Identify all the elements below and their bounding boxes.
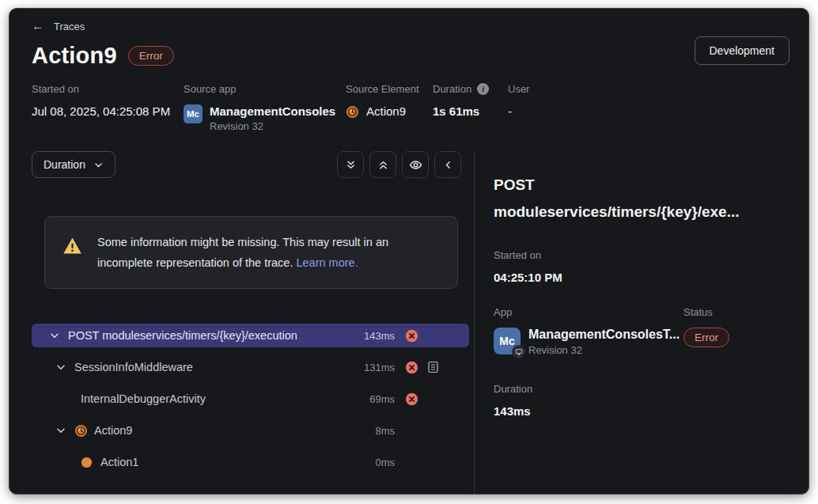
trace-row[interactable]: InternalDebuggerActivity 69ms	[32, 387, 469, 411]
detail-status: Status Error	[684, 306, 729, 356]
detail-started-on-value: 04:25:10 PM	[494, 271, 790, 284]
user-value: -	[508, 104, 512, 118]
trace-meta-row: Started on Jul 08, 2025, 04:25:08 PM Sou…	[32, 83, 790, 132]
trace-row-label: SessionInfoMiddleware	[74, 361, 354, 373]
trace-row-label: InternalDebuggerActivity	[81, 392, 354, 405]
trace-row-label: Action9	[94, 424, 354, 437]
span-detail-panel: POST moduleservices/timers/{key}/exe... …	[474, 151, 809, 494]
chevron-down-icon[interactable]	[55, 362, 66, 373]
app-logo-icon: Mc	[184, 104, 203, 123]
trace-row-duration: 143ms	[354, 330, 395, 342]
back-arrow-icon[interactable]: ←	[32, 20, 44, 32]
trace-row-duration: 69ms	[354, 393, 395, 405]
source-element-value: Action9	[366, 104, 406, 118]
trace-row[interactable]: POST moduleservices/timers/{key}/executi…	[32, 324, 469, 347]
trace-row-duration: 0ms	[354, 457, 395, 468]
log-icon[interactable]	[427, 361, 441, 373]
trace-row-duration: 8ms	[354, 425, 395, 437]
trace-tree-pane: Duration	[9, 151, 474, 494]
trace-detail-window: ← Traces Action9 Error Development Start…	[9, 8, 809, 495]
collapse-panel-button[interactable]	[434, 151, 461, 178]
clock-icon	[346, 105, 359, 119]
source-app-name: ManagementConsoles	[210, 104, 335, 118]
detail-status-badge: Error	[684, 328, 729, 347]
detail-app-name: ManagementConsolesT...	[528, 328, 680, 341]
meta-started-on: Started on Jul 08, 2025, 04:25:08 PM	[32, 83, 184, 132]
breadcrumb[interactable]: ← Traces	[32, 20, 790, 32]
double-chevron-up-icon	[377, 159, 389, 171]
trace-row-duration: 131ms	[354, 362, 395, 373]
meta-source-element: Source Element Action9	[346, 83, 433, 132]
error-status-icon	[405, 329, 418, 343]
learn-more-link[interactable]: Learn more.	[296, 256, 358, 269]
visibility-button[interactable]	[402, 151, 429, 178]
page-title: Action9	[32, 43, 117, 69]
trace-row-label: Action1	[100, 456, 354, 468]
duration-value: 1s 61ms	[433, 104, 479, 118]
sort-dropdown[interactable]: Duration	[32, 151, 116, 178]
detail-duration-value: 143ms	[494, 404, 790, 418]
double-chevron-down-icon	[345, 159, 357, 171]
meta-source-app: Source app Mc ManagementConsoles Revisio…	[184, 83, 346, 132]
warning-banner: Some information might be missing. This …	[44, 216, 458, 289]
trace-tree: POST moduleservices/timers/{key}/executi…	[32, 324, 469, 474]
trace-row[interactable]: Action9 8ms	[32, 419, 469, 442]
info-icon[interactable]: i	[477, 83, 489, 95]
detail-started-on-label: Started on	[494, 249, 790, 261]
started-on-value: Jul 08, 2025, 04:25:08 PM	[32, 104, 170, 118]
collapse-all-button[interactable]	[369, 151, 396, 178]
meta-duration: Duration i 1s 61ms	[433, 83, 508, 132]
status-badge: Error	[128, 46, 174, 66]
trace-row[interactable]: Action1 0ms	[32, 450, 469, 474]
detail-app: App Mc ManagementConsolesT... Revision 3…	[494, 306, 684, 356]
span-path: moduleservices/timers/{key}/exe...	[494, 199, 790, 225]
span-method: POST	[494, 172, 790, 199]
chevron-down-icon[interactable]	[49, 330, 60, 341]
dot-icon	[81, 457, 94, 468]
device-badge-icon	[512, 345, 525, 358]
environment-button[interactable]: Development	[695, 36, 790, 65]
span-title: POST moduleservices/timers/{key}/exe...	[494, 172, 790, 225]
tree-toolbar: Duration	[32, 151, 461, 178]
source-app-revision: Revision 32	[210, 120, 335, 132]
clock-icon	[74, 424, 88, 438]
app-logo-icon: Mc	[494, 328, 521, 354]
chevron-left-icon	[443, 160, 453, 170]
trace-row[interactable]: SessionInfoMiddleware 131ms	[32, 355, 469, 379]
chevron-down-icon[interactable]	[55, 425, 66, 436]
eye-icon	[409, 158, 422, 172]
warning-triangle-icon	[62, 237, 82, 255]
page-header: ← Traces Action9 Error Development Start…	[9, 9, 809, 132]
breadcrumb-label[interactable]: Traces	[54, 21, 85, 32]
detail-duration-label: Duration	[494, 383, 790, 395]
error-status-icon	[405, 361, 418, 374]
expand-all-button[interactable]	[337, 151, 364, 178]
meta-user: User -	[508, 83, 529, 132]
chevron-down-icon	[93, 160, 104, 170]
trace-row-label: POST moduleservices/timers/{key}/executi…	[68, 329, 354, 342]
detail-app-revision: Revision 32	[528, 344, 680, 356]
error-status-icon	[405, 392, 418, 406]
